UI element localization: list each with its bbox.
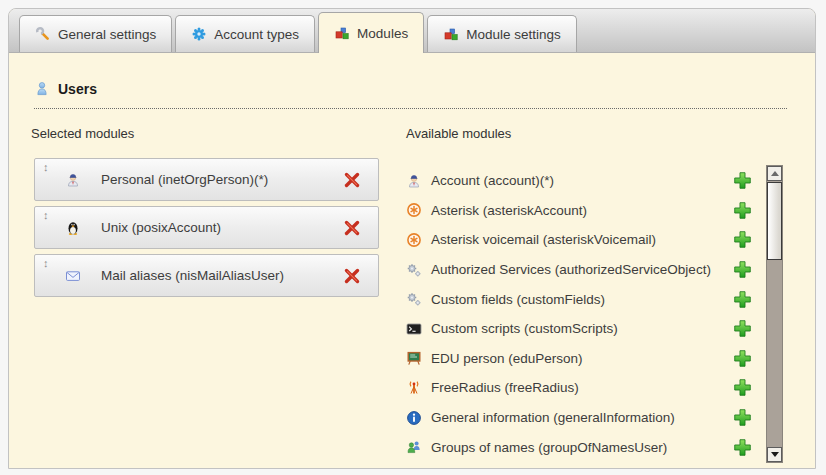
add-module-button[interactable] [732,259,753,280]
user-icon [34,81,50,97]
selected-module-row: ↕ Personal (inetOrgPerson)(*) [34,158,379,201]
asterisk-icon [406,202,422,218]
add-module-button[interactable] [732,200,753,221]
add-module-button[interactable] [732,318,753,339]
available-module-label: Authorized Services (authorizedServiceOb… [431,262,732,277]
envelope-icon [65,268,81,284]
tab-module-settings[interactable]: Module settings [427,15,577,52]
triangle-down-icon [771,452,779,457]
info-icon [406,410,422,426]
available-module-label: Asterisk voicemail (asteriskVoicemail) [431,232,732,247]
selected-module-label: Mail aliases (nisMailAliasUser) [101,268,342,283]
scroll-down-button[interactable] [767,447,782,462]
tab-general-settings[interactable]: General settings [19,15,172,52]
available-module-row: Asterisk voicemail (asteriskVoicemail) [406,225,753,255]
available-module-row: Account (account)(*) [406,166,753,196]
section-title: Users [58,81,97,97]
gears-icon [406,262,422,278]
available-module-label: FreeRadius (freeRadius) [431,380,732,395]
remove-module-button[interactable] [342,218,362,238]
selected-modules-label: Selected modules [31,126,134,141]
scrollbar-thumb[interactable] [767,182,782,260]
available-module-row: Custom fields (customFields) [406,284,753,314]
section-heading-users: Users [34,81,97,97]
person-icon [406,173,422,189]
selected-module-label: Personal (inetOrgPerson)(*) [101,172,342,187]
wrench-icon [35,26,51,42]
scroll-up-button[interactable] [767,166,782,181]
add-module-button[interactable] [732,170,753,191]
drag-handle[interactable]: ↕ [43,161,49,173]
tab-label: Modules [357,26,408,41]
terminal-icon [406,321,422,337]
selected-module-label: Unix (posixAccount) [101,220,342,235]
drag-handle[interactable]: ↕ [43,209,49,221]
available-module-row: EDU person (eduPerson) [406,344,753,374]
add-module-button[interactable] [732,437,753,458]
person-icon [65,172,81,188]
section-divider [34,108,787,109]
tab-account-types[interactable]: Account types [175,15,315,52]
tab-label: Module settings [466,27,561,42]
antenna-icon [406,380,422,396]
remove-module-button[interactable] [342,170,362,190]
tab-label: Account types [214,27,299,42]
available-module-row: Groups of names (groupOfNamesUser) [406,432,753,462]
remove-module-button[interactable] [342,266,362,286]
tab-label: General settings [58,27,156,42]
modules-icon [334,25,350,41]
available-module-label: Custom fields (customFields) [431,292,732,307]
asterisk-icon [406,232,422,248]
selected-module-row: ↕ Unix (posixAccount) [34,206,379,249]
available-module-label: Custom scripts (customScripts) [431,321,732,336]
drag-handle[interactable]: ↕ [43,257,49,269]
add-module-button[interactable] [732,407,753,428]
available-module-label: EDU person (eduPerson) [431,351,732,366]
available-module-row: General information (generalInformation) [406,403,753,433]
available-modules-list: Account (account)(*) Asterisk (asteriskA… [406,166,753,462]
available-module-label: Groups of names (groupOfNamesUser) [431,440,732,455]
tab-bar: General settings Account types Modules M… [9,9,815,53]
available-module-label: General information (generalInformation) [431,410,732,425]
add-module-button[interactable] [732,377,753,398]
chalkboard-icon [406,350,422,366]
add-module-button[interactable] [732,229,753,250]
tux-icon [65,220,81,236]
gears-icon [406,291,422,307]
selected-module-row: ↕ Mail aliases (nisMailAliasUser) [34,254,379,297]
gear-icon [191,26,207,42]
available-module-label: Account (account)(*) [431,173,732,188]
available-modules-scrollbar[interactable] [766,165,783,463]
settings-panel: General settings Account types Modules M… [8,8,816,469]
group-icon [406,439,422,455]
available-module-row: Asterisk (asteriskAccount) [406,196,753,226]
available-modules-label: Available modules [406,126,511,141]
modules-icon [443,26,459,42]
add-module-button[interactable] [732,348,753,369]
selected-modules-list: ↕ Personal (inetOrgPerson)(*) ↕ Unix (po… [34,158,379,302]
available-module-row: Authorized Services (authorizedServiceOb… [406,255,753,285]
triangle-up-icon [771,171,779,176]
tab-modules[interactable]: Modules [318,12,424,53]
add-module-button[interactable] [732,289,753,310]
available-module-row: Custom scripts (customScripts) [406,314,753,344]
available-module-label: Asterisk (asteriskAccount) [431,203,732,218]
available-module-row: FreeRadius (freeRadius) [406,373,753,403]
